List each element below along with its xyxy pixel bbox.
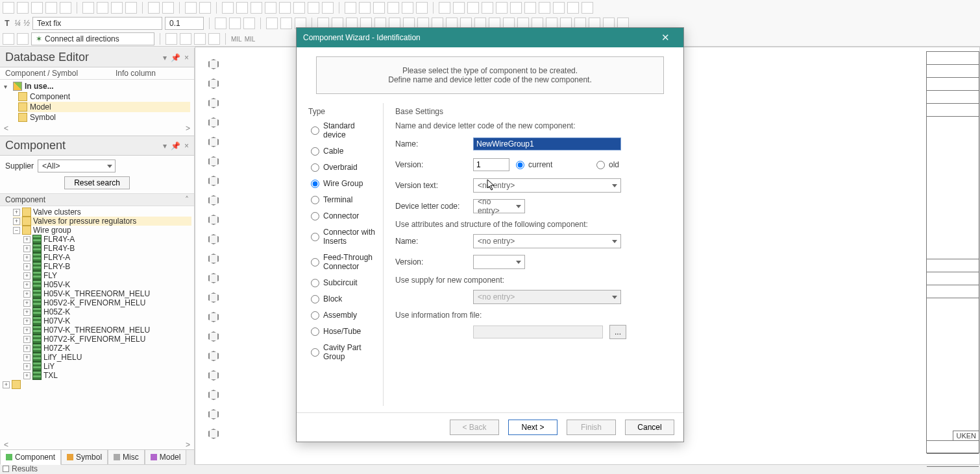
tab-symbol[interactable]: Symbol <box>61 450 108 465</box>
tree-leaf[interactable]: +LiY <box>23 362 191 371</box>
tree-leaf[interactable]: +FLY <box>23 271 191 280</box>
toolbar-button[interactable] <box>17 2 29 14</box>
attr-name-dropdown[interactable]: <no entry> <box>473 234 621 248</box>
tree-root[interactable]: In use... <box>25 82 54 91</box>
type-radio-block[interactable]: Block <box>311 294 378 303</box>
toolbar-button[interactable] <box>3 2 14 14</box>
col-info[interactable]: Info column <box>116 69 156 78</box>
tab-component[interactable]: Component <box>0 450 61 465</box>
toolbar-button[interactable] <box>194 33 206 45</box>
col-component-symbol[interactable]: Component / Symbol <box>5 69 116 78</box>
toolbar-button[interactable] <box>3 33 14 45</box>
next-button[interactable]: Next > <box>508 420 557 435</box>
tree-leaf[interactable]: +H07V-K <box>23 316 191 326</box>
tree-leaf[interactable]: +H07V-K_THREENORM_HELU <box>23 326 191 335</box>
toolbar-button[interactable] <box>45 2 57 14</box>
tree-leaf[interactable]: +FLRY-A <box>23 253 191 262</box>
component-tree[interactable]: +Valve clusters+Valves for pressure regu… <box>0 206 194 440</box>
toolbar-button[interactable] <box>387 2 399 14</box>
toolbar-button[interactable] <box>308 2 319 14</box>
toolbar-button[interactable] <box>496 2 508 14</box>
type-radio-terminal[interactable]: Terminal <box>311 195 378 204</box>
toolbar-button[interactable] <box>359 2 371 14</box>
type-radio-cable[interactable]: Cable <box>311 147 378 156</box>
toolbar-button[interactable] <box>148 2 160 14</box>
pin-icon[interactable]: 📌 <box>171 141 180 150</box>
type-radio-hose-tube[interactable]: Hose/Tube <box>311 327 378 336</box>
type-radio-standard-device[interactable]: Standard device <box>311 121 378 139</box>
tree-leaf[interactable]: +H05Z-K <box>23 307 191 316</box>
dropdown-icon[interactable]: ▾ <box>163 53 167 62</box>
toolbar-button[interactable] <box>180 33 191 45</box>
toolbar-button[interactable] <box>567 2 579 14</box>
tree-node-symbol[interactable]: Symbol <box>30 113 56 122</box>
format-button[interactable] <box>280 18 292 29</box>
tree-node-component[interactable]: Component <box>30 92 70 101</box>
type-radio-feed-through-connector[interactable]: Feed-Through Connector <box>311 253 378 271</box>
cancel-button[interactable]: Cancel <box>625 420 674 435</box>
toolbar-button[interactable] <box>539 2 550 14</box>
toolbar-button[interactable] <box>125 2 137 14</box>
tree-leaf[interactable]: +FLR4Y-B <box>23 244 191 253</box>
component-section-header[interactable]: Component <box>5 195 45 204</box>
toolbar-button[interactable] <box>165 33 177 45</box>
toolbar-button[interactable] <box>162 2 174 14</box>
type-radio-subcircuit[interactable]: Subcircuit <box>311 278 378 287</box>
dropdown-icon[interactable]: ▾ <box>163 141 167 150</box>
tab-misc[interactable]: Misc <box>108 450 145 465</box>
toolbar-button[interactable] <box>416 2 428 14</box>
tree-leaf[interactable]: +FLRY-B <box>23 262 191 271</box>
tree-leaf[interactable]: +H05V-K_THREENORM_HELU <box>23 289 191 298</box>
toolbar-button[interactable] <box>31 2 43 14</box>
browse-button[interactable]: ... <box>609 325 626 339</box>
align-left-button[interactable] <box>215 18 227 29</box>
results-bar[interactable]: Results <box>3 464 38 474</box>
toolbar-button[interactable] <box>251 2 262 14</box>
type-radio-assembly[interactable]: Assembly <box>311 311 378 320</box>
tree-node-valves-pressure[interactable]: +Valves for pressure regulators <box>13 217 191 226</box>
type-radio-connector-with-inserts[interactable]: Connector with Inserts <box>311 228 378 246</box>
dialog-titlebar[interactable]: Component Wizard - Identification ✕ <box>297 28 683 47</box>
scroll-right[interactable]: > <box>186 124 190 133</box>
tree-leaf[interactable]: +H07Z-K <box>23 344 191 353</box>
toolbar-button[interactable] <box>185 2 197 14</box>
toolbar-button[interactable] <box>236 2 248 14</box>
toolbar-button[interactable] <box>199 2 211 14</box>
connect-mode-combo[interactable]: ✶ Connect all directions <box>31 32 154 45</box>
toolbar-button[interactable] <box>322 2 334 14</box>
close-icon[interactable]: × <box>184 141 189 150</box>
toolbar-button[interactable] <box>293 2 305 14</box>
format-button[interactable] <box>266 18 278 29</box>
db-tree[interactable]: ▾In use... Component Model Symbol <box>0 80 194 124</box>
align-right-button[interactable] <box>243 18 255 29</box>
toolbar-button[interactable] <box>373 2 385 14</box>
tree-leaf[interactable]: +FLR4Y-A <box>23 235 191 244</box>
align-center-button[interactable] <box>229 18 241 29</box>
scroll-left[interactable]: < <box>4 440 8 449</box>
tree-node-valve-clusters[interactable]: +Valve clusters <box>13 207 191 217</box>
number-field[interactable]: 0.1 <box>165 17 204 30</box>
toolbar-button[interactable] <box>402 2 413 14</box>
text-style-combo[interactable]: Text fix <box>32 17 162 30</box>
tree-leaf[interactable]: +H05V-K <box>23 280 191 289</box>
toolbar-button[interactable] <box>222 2 234 14</box>
device-letter-code-dropdown[interactable]: <no entry> <box>473 199 525 213</box>
version-text-dropdown[interactable]: <no entry> <box>473 178 621 193</box>
toolbar-button[interactable] <box>279 2 291 14</box>
supplier-combo[interactable]: <All> <box>38 160 116 172</box>
type-radio-cavity-part-group[interactable]: Cavity Part Group <box>311 343 378 361</box>
toolbar-button[interactable] <box>453 2 465 14</box>
toolbar-button[interactable] <box>510 2 522 14</box>
type-radio-connector[interactable]: Connector <box>311 211 378 220</box>
toolbar-button[interactable] <box>524 2 536 14</box>
toolbar-button[interactable] <box>345 2 356 14</box>
toolbar-button[interactable] <box>467 2 479 14</box>
toolbar-button[interactable] <box>482 2 493 14</box>
tree-leaf[interactable]: +LifY_HELU <box>23 353 191 362</box>
close-icon[interactable]: × <box>184 53 189 62</box>
tab-model[interactable]: Model <box>145 450 187 465</box>
scroll-left[interactable]: < <box>4 124 8 133</box>
tree-node-wire-group[interactable]: −Wire group <box>13 226 191 235</box>
toolbar-button[interactable] <box>60 2 71 14</box>
tree-leaf[interactable]: +TXL <box>23 371 191 380</box>
